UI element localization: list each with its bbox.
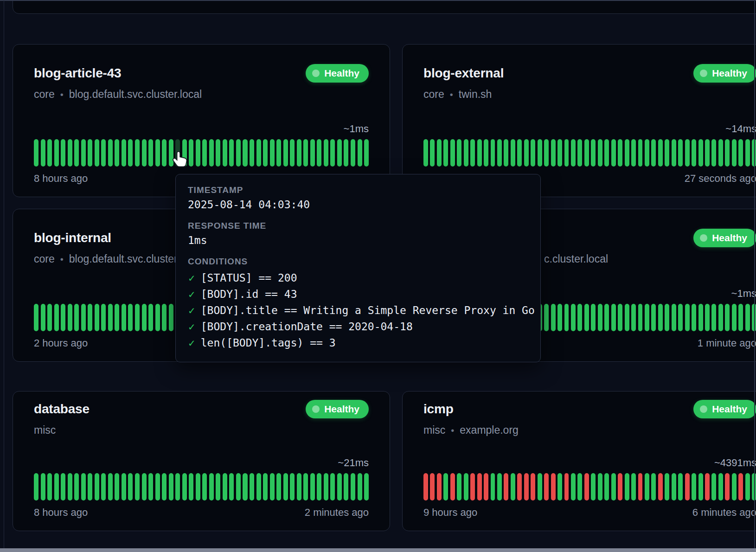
uptime-bar-up[interactable]	[665, 139, 669, 167]
uptime-bar-up[interactable]	[685, 139, 690, 167]
uptime-bar-up[interactable]	[672, 473, 676, 501]
uptime-bar-up[interactable]	[303, 473, 308, 501]
uptime-bar-up[interactable]	[711, 139, 716, 167]
uptime-bar-up[interactable]	[571, 139, 576, 167]
uptime-bar-up[interactable]	[88, 304, 92, 331]
uptime-bar-up[interactable]	[74, 304, 79, 331]
uptime-bar-up[interactable]	[297, 139, 301, 167]
uptime-bar-up[interactable]	[54, 304, 59, 331]
uptime-bar-up[interactable]	[223, 473, 227, 501]
uptime-bar-up[interactable]	[598, 473, 602, 501]
uptime-bar-up[interactable]	[591, 473, 596, 501]
uptime-bar-up[interactable]	[470, 139, 475, 167]
uptime-bar-up[interactable]	[631, 473, 636, 501]
uptime-bar-up[interactable]	[142, 139, 147, 167]
uptime-bar-up[interactable]	[290, 139, 295, 167]
uptime-bar-up[interactable]	[169, 473, 173, 501]
uptime-bar-up[interactable]	[263, 473, 268, 501]
uptime-bar-up[interactable]	[491, 139, 495, 167]
uptime-bar-up[interactable]	[738, 139, 743, 167]
uptime-bar-up[interactable]	[625, 473, 629, 501]
uptime-bar-down[interactable]	[531, 473, 535, 501]
uptime-bar-up[interactable]	[283, 139, 288, 167]
uptime-bar-up[interactable]	[745, 139, 750, 167]
uptime-bar-up[interactable]	[297, 473, 301, 501]
uptime-bar-up[interactable]	[41, 304, 45, 331]
uptime-bar-up[interactable]	[250, 139, 254, 167]
uptime-bar-up[interactable]	[497, 139, 502, 167]
uptime-bar-up[interactable]	[108, 473, 113, 501]
uptime-bar-up[interactable]	[524, 139, 529, 167]
uptime-bar-up[interactable]	[196, 473, 200, 501]
uptime-bar-up[interactable]	[651, 473, 656, 501]
uptime-bar-up[interactable]	[68, 473, 72, 501]
uptime-bar-up[interactable]	[678, 139, 683, 167]
uptime-bar-up[interactable]	[41, 139, 45, 167]
uptime-bar-up[interactable]	[658, 139, 663, 167]
uptime-bar-up[interactable]	[54, 139, 59, 167]
uptime-bar-up[interactable]	[477, 139, 482, 167]
uptime-bar-up[interactable]	[209, 473, 214, 501]
uptime-bar-up[interactable]	[437, 139, 442, 167]
uptime-bar-up[interactable]	[209, 139, 214, 167]
uptime-bar-up[interactable]	[450, 139, 455, 167]
uptime-bar-up[interactable]	[276, 473, 281, 501]
uptime-bar-down[interactable]	[423, 473, 428, 501]
uptime-bar-down[interactable]	[544, 473, 549, 501]
uptime-bar-up[interactable]	[128, 304, 133, 331]
uptime-bar-up[interactable]	[34, 304, 38, 331]
uptime-bar-up[interactable]	[344, 473, 348, 501]
uptime-bar-up[interactable]	[68, 139, 72, 167]
uptime-bar-up[interactable]	[337, 139, 342, 167]
uptime-bar-up[interactable]	[148, 473, 153, 501]
uptime-bar-up[interactable]	[584, 304, 589, 331]
uptime-bar-down[interactable]	[618, 473, 622, 501]
uptime-bar-up[interactable]	[330, 473, 335, 501]
uptime-bar-up[interactable]	[324, 139, 328, 167]
uptime-bar-up[interactable]	[544, 304, 549, 331]
uptime-bar-up[interactable]	[81, 139, 86, 167]
uptime-bar-up[interactable]	[564, 304, 569, 331]
uptime-bar-up[interactable]	[665, 473, 669, 501]
uptime-bar-up[interactable]	[54, 473, 59, 501]
uptime-bar-up[interactable]	[430, 139, 435, 167]
uptime-bar-up[interactable]	[74, 473, 79, 501]
uptime-bar-up[interactable]	[155, 139, 160, 167]
uptime-bar-up[interactable]	[162, 473, 167, 501]
uptime-bar-up[interactable]	[604, 139, 609, 167]
uptime-bar-up[interactable]	[61, 473, 65, 501]
uptime-bar-up[interactable]	[557, 304, 562, 331]
uptime-bar-up[interactable]	[148, 139, 153, 167]
uptime-bar-up[interactable]	[692, 304, 696, 331]
uptime-bar-up[interactable]	[358, 139, 362, 167]
uptime-bar-up[interactable]	[115, 304, 119, 331]
uptime-bar-up[interactable]	[692, 139, 696, 167]
uptime-bar-up[interactable]	[101, 304, 106, 331]
uptime-bar-down[interactable]	[517, 473, 522, 501]
uptime-bar-up[interactable]	[351, 139, 355, 167]
uptime-bar-up[interactable]	[711, 304, 716, 331]
uptime-bar-down[interactable]	[450, 473, 455, 501]
uptime-bar-up[interactable]	[557, 139, 562, 167]
uptime-bar-up[interactable]	[169, 304, 173, 331]
uptime-bar-up[interactable]	[638, 304, 643, 331]
uptime-bar-up[interactable]	[47, 304, 52, 331]
uptime-bar-up[interactable]	[162, 304, 167, 331]
uptime-bar-up[interactable]	[115, 139, 119, 167]
uptime-bar-up[interactable]	[337, 473, 342, 501]
uptime-bar-up[interactable]	[202, 139, 207, 167]
uptime-bar-up[interactable]	[135, 139, 140, 167]
service-card-database[interactable]: databaseHealthymisc~21ms8 hours ago2 min…	[13, 391, 390, 531]
uptime-bar-up[interactable]	[732, 139, 737, 167]
uptime-bar-up[interactable]	[651, 304, 656, 331]
uptime-bar-up[interactable]	[464, 139, 468, 167]
uptime-bar-up[interactable]	[665, 304, 669, 331]
uptime-bar-up[interactable]	[611, 139, 616, 167]
uptime-bar-up[interactable]	[324, 473, 328, 501]
uptime-bar-up[interactable]	[678, 473, 683, 501]
uptime-bar-up[interactable]	[645, 473, 649, 501]
uptime-bar-down[interactable]	[584, 473, 589, 501]
uptime-bar-up[interactable]	[698, 304, 703, 331]
uptime-bar-up[interactable]	[571, 304, 576, 331]
uptime-bar-up[interactable]	[162, 139, 167, 167]
